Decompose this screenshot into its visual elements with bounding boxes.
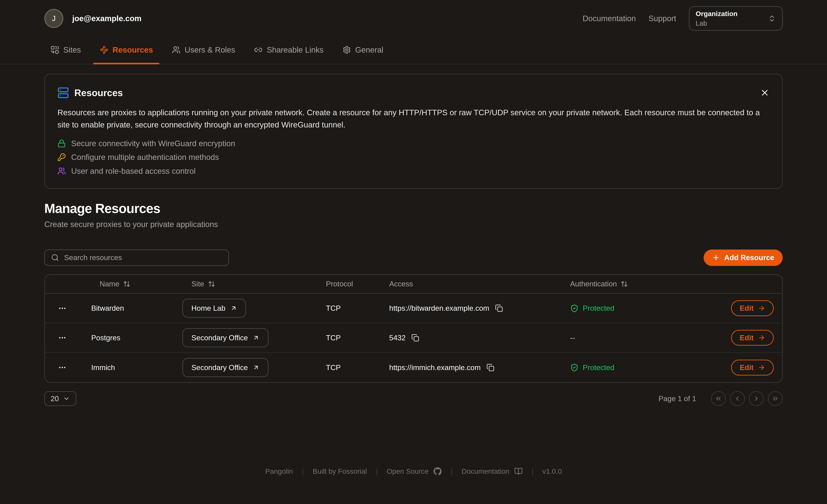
last-page-button[interactable] <box>768 391 783 406</box>
waypoints-icon <box>100 46 108 54</box>
feature-access-control: User and role-based access control <box>57 166 770 175</box>
shield-check-icon <box>570 304 579 312</box>
auth-status: Protected <box>570 363 728 372</box>
resource-access-port: 5432 <box>389 334 405 342</box>
footer-documentation-link[interactable]: Documentation <box>461 467 523 475</box>
resource-protocol: TCP <box>317 304 380 312</box>
github-icon <box>433 467 442 475</box>
arrow-up-right-icon <box>230 305 237 311</box>
tab-general[interactable]: General <box>336 37 390 64</box>
tab-sites[interactable]: Sites <box>44 37 87 64</box>
chevrons-left-icon <box>715 395 722 402</box>
column-header-authentication[interactable]: Authentication <box>570 280 728 288</box>
key-icon <box>57 153 66 161</box>
avatar[interactable]: J <box>44 9 63 28</box>
feature-label: Secure connectivity with WireGuard encry… <box>71 139 235 148</box>
table-pagination: 20 Page 1 of 1 <box>44 391 783 406</box>
feature-authentication-methods: Configure multiple authentication method… <box>57 153 770 162</box>
footer-version: v1.0.0 <box>542 467 562 475</box>
chevrons-up-down-icon <box>768 14 776 22</box>
resources-info-card: Resources Resources are proxies to appli… <box>44 74 783 189</box>
org-selector[interactable]: Organization Lab <box>689 6 783 31</box>
table-row: Postgres Secondary Office TCP 5432 <box>45 323 782 353</box>
tab-label: Shareable Links <box>267 45 324 54</box>
row-menu-button[interactable] <box>56 332 69 344</box>
tab-label: Users & Roles <box>185 45 235 54</box>
copy-icon <box>486 364 494 371</box>
chevrons-right-icon <box>772 395 779 402</box>
sort-icon <box>621 280 628 288</box>
nav-documentation-link[interactable]: Documentation <box>583 14 636 23</box>
column-header-site[interactable]: Site <box>183 280 317 288</box>
page-subtitle: Create secure proxies to your private ap… <box>44 220 783 229</box>
page-size-select[interactable]: 20 <box>44 391 76 406</box>
resource-access-url: https://bitwarden.example.com <box>389 304 489 312</box>
feature-label: User and role-based access control <box>71 166 195 175</box>
server-icon <box>57 87 69 99</box>
user-email: joe@example.com <box>72 14 142 23</box>
site-link-button[interactable]: Secondary Office <box>183 358 269 377</box>
search-icon <box>51 254 59 262</box>
copy-icon <box>411 334 419 342</box>
info-card-header: Resources <box>57 87 770 99</box>
org-selector-label: Organization <box>696 9 737 18</box>
first-page-button[interactable] <box>711 391 726 406</box>
chevron-left-icon <box>734 395 741 402</box>
tab-resources[interactable]: Resources <box>93 37 159 64</box>
search-input[interactable] <box>64 253 222 262</box>
site-link-button[interactable]: Home Lab <box>183 299 246 318</box>
nav-support-link[interactable]: Support <box>648 14 676 23</box>
arrow-right-icon <box>758 305 765 312</box>
auth-status: -- <box>570 334 728 342</box>
resource-name: Immich <box>80 363 183 372</box>
auth-status-label: Protected <box>583 363 614 372</box>
edit-resource-button[interactable]: Edit <box>731 330 774 346</box>
plus-icon <box>712 254 720 262</box>
search-box <box>44 250 229 266</box>
footer-built-by-link[interactable]: Built by Fossorial <box>313 467 367 475</box>
footer-open-source-link[interactable]: Open Source <box>387 467 442 475</box>
row-menu-button[interactable] <box>56 302 69 315</box>
combine-icon <box>51 46 59 54</box>
arrow-up-right-icon <box>253 364 259 371</box>
sort-icon <box>123 280 131 288</box>
sort-icon <box>208 280 215 288</box>
resources-table: Name Site Protocol Access Authentication <box>44 274 783 383</box>
tab-shareable-links[interactable]: Shareable Links <box>248 37 330 64</box>
user-info: J joe@example.com <box>44 9 142 28</box>
row-menu-button[interactable] <box>56 361 69 374</box>
edit-resource-button[interactable]: Edit <box>731 360 774 375</box>
previous-page-button[interactable] <box>730 391 745 406</box>
copy-button[interactable] <box>411 334 419 342</box>
page-title: Manage Resources <box>44 201 783 216</box>
copy-icon <box>495 304 503 312</box>
column-header-name[interactable]: Name <box>80 280 183 288</box>
arrow-up-right-icon <box>253 334 259 341</box>
add-resource-label: Add Resource <box>724 253 774 262</box>
feature-label: Configure multiple authentication method… <box>71 153 219 162</box>
next-page-button[interactable] <box>749 391 764 406</box>
auth-status-label: -- <box>570 334 575 342</box>
close-info-card-button[interactable] <box>760 88 770 97</box>
feature-list: Secure connectivity with WireGuard encry… <box>57 139 770 175</box>
ellipsis-icon <box>58 363 66 372</box>
table-row: Bitwarden Home Lab TCP https://bitwarden… <box>45 294 782 323</box>
resource-protocol: TCP <box>317 363 380 372</box>
site-link-button[interactable]: Secondary Office <box>183 328 269 347</box>
table-header-row: Name Site Protocol Access Authentication <box>45 275 782 294</box>
link-icon <box>254 46 262 54</box>
users-icon <box>57 167 66 175</box>
tab-label: Sites <box>63 45 81 54</box>
copy-button[interactable] <box>486 364 494 371</box>
add-resource-button[interactable]: Add Resource <box>703 250 783 266</box>
auth-status-label: Protected <box>583 304 614 312</box>
edit-resource-button[interactable]: Edit <box>731 300 774 316</box>
column-header-access: Access <box>380 280 570 288</box>
tab-users-roles[interactable]: Users & Roles <box>165 37 241 64</box>
footer-brand: Pangolin <box>265 467 293 475</box>
info-card-description: Resources are proxies to applications ru… <box>57 106 770 131</box>
book-open-icon <box>514 467 523 475</box>
gear-icon <box>343 46 351 54</box>
tab-bar: Sites Resources Users & Roles Shareable … <box>0 37 827 64</box>
copy-button[interactable] <box>495 304 503 312</box>
